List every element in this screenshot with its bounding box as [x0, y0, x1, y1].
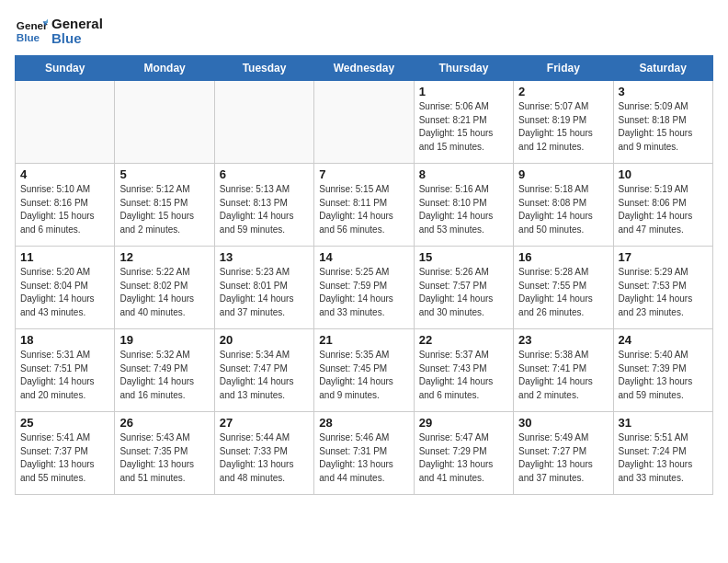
day-cell: 1Sunrise: 5:06 AMSunset: 8:21 PMDaylight…	[414, 81, 513, 164]
week-row-5: 25Sunrise: 5:41 AMSunset: 7:37 PMDayligh…	[16, 412, 713, 495]
day-info: Sunrise: 5:46 AMSunset: 7:31 PMDaylight:…	[319, 431, 408, 485]
day-header-monday: Monday	[115, 56, 214, 81]
logo-icon: General Blue	[15, 15, 48, 48]
logo-blue: Blue	[51, 31, 103, 47]
day-header-sunday: Sunday	[16, 56, 115, 81]
day-cell: 26Sunrise: 5:43 AMSunset: 7:35 PMDayligh…	[115, 412, 214, 495]
day-cell: 12Sunrise: 5:22 AMSunset: 8:02 PMDayligh…	[115, 247, 214, 329]
day-number: 27	[220, 416, 309, 430]
day-cell: 16Sunrise: 5:28 AMSunset: 7:55 PMDayligh…	[514, 247, 613, 329]
day-info: Sunrise: 5:31 AMSunset: 7:51 PMDaylight:…	[20, 349, 109, 402]
day-number: 3	[619, 85, 708, 98]
day-header-row: SundayMondayTuesdayWednesdayThursdayFrid…	[16, 56, 713, 81]
day-info: Sunrise: 5:16 AMSunset: 8:10 PMDaylight:…	[419, 183, 508, 236]
day-info: Sunrise: 5:09 AMSunset: 8:18 PMDaylight:…	[619, 100, 708, 154]
day-cell: 24Sunrise: 5:40 AMSunset: 7:39 PMDayligh…	[613, 329, 712, 412]
day-info: Sunrise: 5:12 AMSunset: 8:15 PMDaylight:…	[119, 183, 209, 236]
day-number: 25	[20, 416, 109, 430]
day-number: 29	[419, 416, 508, 430]
day-header-tuesday: Tuesday	[214, 56, 313, 81]
day-header-friday: Friday	[514, 56, 613, 81]
week-row-4: 18Sunrise: 5:31 AMSunset: 7:51 PMDayligh…	[16, 329, 713, 412]
day-info: Sunrise: 5:51 AMSunset: 7:24 PMDaylight:…	[619, 431, 708, 485]
day-cell: 6Sunrise: 5:13 AMSunset: 8:13 PMDaylight…	[214, 164, 313, 247]
day-number: 2	[518, 85, 608, 98]
day-number: 10	[619, 167, 708, 181]
day-info: Sunrise: 5:49 AMSunset: 7:27 PMDaylight:…	[518, 431, 608, 485]
day-info: Sunrise: 5:19 AMSunset: 8:06 PMDaylight:…	[619, 183, 708, 236]
day-info: Sunrise: 5:13 AMSunset: 8:13 PMDaylight:…	[220, 183, 309, 236]
day-number: 6	[220, 167, 309, 181]
svg-text:Blue: Blue	[17, 31, 40, 43]
day-number: 22	[419, 333, 508, 347]
day-info: Sunrise: 5:15 AMSunset: 8:11 PMDaylight:…	[319, 183, 408, 236]
day-info: Sunrise: 5:37 AMSunset: 7:43 PMDaylight:…	[419, 349, 508, 402]
day-cell: 17Sunrise: 5:29 AMSunset: 7:53 PMDayligh…	[613, 247, 712, 329]
day-number: 30	[518, 416, 608, 430]
day-info: Sunrise: 5:34 AMSunset: 7:47 PMDaylight:…	[220, 349, 309, 402]
svg-text:General: General	[17, 19, 48, 31]
day-cell	[314, 81, 414, 164]
day-number: 8	[419, 167, 508, 181]
calendar-table: SundayMondayTuesdayWednesdayThursdayFrid…	[15, 55, 713, 495]
day-cell: 27Sunrise: 5:44 AMSunset: 7:33 PMDayligh…	[214, 412, 313, 495]
day-number: 17	[619, 250, 708, 264]
day-header-thursday: Thursday	[414, 56, 513, 81]
day-number: 14	[319, 250, 408, 264]
day-number: 13	[220, 250, 309, 264]
day-info: Sunrise: 5:18 AMSunset: 8:08 PMDaylight:…	[518, 183, 608, 236]
day-info: Sunrise: 5:26 AMSunset: 7:57 PMDaylight:…	[419, 266, 508, 319]
logo-general: General	[51, 17, 103, 32]
day-cell: 3Sunrise: 5:09 AMSunset: 8:18 PMDaylight…	[613, 81, 712, 164]
day-info: Sunrise: 5:47 AMSunset: 7:29 PMDaylight:…	[419, 431, 508, 485]
day-cell: 10Sunrise: 5:19 AMSunset: 8:06 PMDayligh…	[613, 164, 712, 247]
day-cell: 8Sunrise: 5:16 AMSunset: 8:10 PMDaylight…	[414, 164, 513, 247]
header: General Blue General Blue	[15, 15, 713, 48]
day-number: 5	[119, 167, 209, 181]
day-number: 7	[319, 167, 408, 181]
week-row-3: 11Sunrise: 5:20 AMSunset: 8:04 PMDayligh…	[16, 247, 713, 329]
day-cell	[214, 81, 313, 164]
day-cell: 28Sunrise: 5:46 AMSunset: 7:31 PMDayligh…	[314, 412, 414, 495]
day-number: 18	[20, 333, 109, 347]
day-info: Sunrise: 5:22 AMSunset: 8:02 PMDaylight:…	[119, 266, 209, 319]
day-number: 1	[419, 85, 508, 98]
day-cell: 20Sunrise: 5:34 AMSunset: 7:47 PMDayligh…	[214, 329, 313, 412]
day-cell: 22Sunrise: 5:37 AMSunset: 7:43 PMDayligh…	[414, 329, 513, 412]
day-info: Sunrise: 5:43 AMSunset: 7:35 PMDaylight:…	[119, 431, 209, 485]
day-number: 16	[518, 250, 608, 264]
day-cell: 19Sunrise: 5:32 AMSunset: 7:49 PMDayligh…	[115, 329, 214, 412]
day-info: Sunrise: 5:06 AMSunset: 8:21 PMDaylight:…	[419, 100, 508, 154]
week-row-2: 4Sunrise: 5:10 AMSunset: 8:16 PMDaylight…	[16, 164, 713, 247]
day-info: Sunrise: 5:10 AMSunset: 8:16 PMDaylight:…	[20, 183, 109, 236]
day-number: 9	[518, 167, 608, 181]
day-cell: 4Sunrise: 5:10 AMSunset: 8:16 PMDaylight…	[16, 164, 115, 247]
day-number: 12	[119, 250, 209, 264]
day-number: 15	[419, 250, 508, 264]
day-cell: 14Sunrise: 5:25 AMSunset: 7:59 PMDayligh…	[314, 247, 414, 329]
day-cell: 7Sunrise: 5:15 AMSunset: 8:11 PMDaylight…	[314, 164, 414, 247]
day-number: 26	[119, 416, 209, 430]
day-cell: 2Sunrise: 5:07 AMSunset: 8:19 PMDaylight…	[514, 81, 613, 164]
day-number: 23	[518, 333, 608, 347]
day-cell	[16, 81, 115, 164]
logo: General Blue General Blue	[15, 15, 103, 48]
day-cell: 9Sunrise: 5:18 AMSunset: 8:08 PMDaylight…	[514, 164, 613, 247]
day-info: Sunrise: 5:07 AMSunset: 8:19 PMDaylight:…	[518, 100, 608, 154]
day-cell: 5Sunrise: 5:12 AMSunset: 8:15 PMDaylight…	[115, 164, 214, 247]
day-info: Sunrise: 5:20 AMSunset: 8:04 PMDaylight:…	[20, 266, 109, 319]
day-number: 24	[619, 333, 708, 347]
day-number: 21	[319, 333, 408, 347]
day-cell: 13Sunrise: 5:23 AMSunset: 8:01 PMDayligh…	[214, 247, 313, 329]
day-info: Sunrise: 5:38 AMSunset: 7:41 PMDaylight:…	[518, 349, 608, 402]
day-cell: 23Sunrise: 5:38 AMSunset: 7:41 PMDayligh…	[514, 329, 613, 412]
day-number: 20	[220, 333, 309, 347]
day-cell: 29Sunrise: 5:47 AMSunset: 7:29 PMDayligh…	[414, 412, 513, 495]
day-info: Sunrise: 5:35 AMSunset: 7:45 PMDaylight:…	[319, 349, 408, 402]
day-cell	[115, 81, 214, 164]
day-cell: 18Sunrise: 5:31 AMSunset: 7:51 PMDayligh…	[16, 329, 115, 412]
day-info: Sunrise: 5:23 AMSunset: 8:01 PMDaylight:…	[220, 266, 309, 319]
day-cell: 21Sunrise: 5:35 AMSunset: 7:45 PMDayligh…	[314, 329, 414, 412]
day-cell: 31Sunrise: 5:51 AMSunset: 7:24 PMDayligh…	[613, 412, 712, 495]
day-header-wednesday: Wednesday	[314, 56, 414, 81]
